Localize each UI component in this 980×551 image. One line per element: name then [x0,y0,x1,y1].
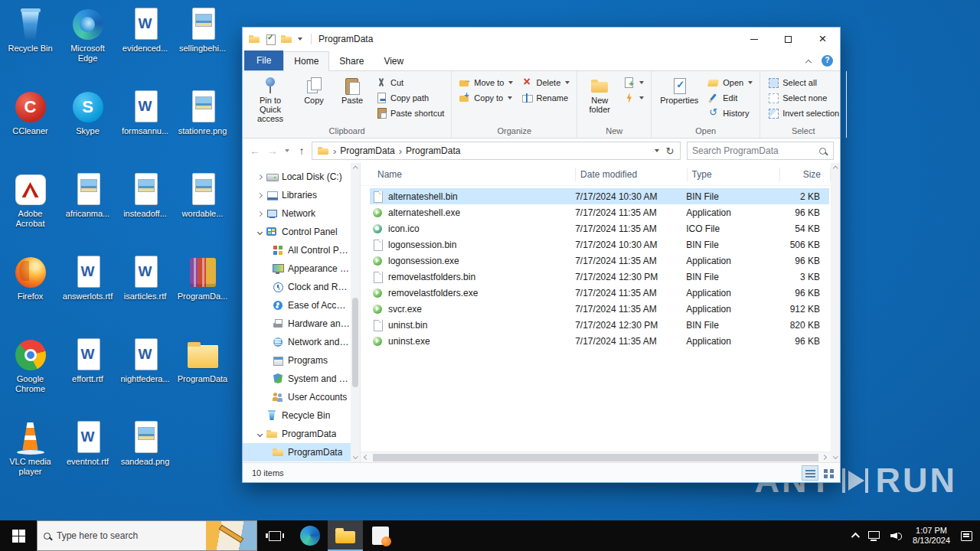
nav-item[interactable]: Network and In... [243,333,351,351]
easy-access-button[interactable] [619,90,647,106]
nav-item[interactable]: Control Panel [243,223,351,241]
desktop-icon[interactable]: Adobe Acrobat [2,168,59,251]
nav-item[interactable]: All Control Par... [243,241,351,259]
desktop-icon[interactable]: evidenced... [116,3,174,86]
tab-view[interactable]: View [374,52,413,70]
desktop-icon[interactable]: isarticles.rtf [116,251,174,334]
file-list-scrollbar[interactable] [831,163,840,462]
nav-item[interactable]: Network [243,204,351,223]
nav-item[interactable]: Programs [243,351,351,370]
nav-item[interactable]: ProgramData [243,443,351,461]
explorer-search-input[interactable]: Search ProgramData [687,142,834,160]
desktop-icon[interactable]: wordable... [174,168,231,251]
recent-locations-icon[interactable] [283,142,292,159]
taskbar-search-input[interactable]: Type here to search [37,520,257,551]
expand-chevron-icon[interactable] [257,192,263,197]
copy-button[interactable]: Copy [296,73,332,105]
history-button[interactable]: History [704,106,756,121]
cut-button[interactable]: Cut [372,75,447,90]
select-none-button[interactable]: Select none [764,90,842,106]
file-row[interactable]: icon.ico 7/17/2024 11:35 AM ICO File 54 … [370,220,829,236]
desktop-icon[interactable]: eventnot.rtf [59,416,116,499]
taskbar-edge-button[interactable] [292,520,328,551]
nav-scrollbar[interactable] [351,163,360,462]
scrollbar-thumb[interactable] [352,298,358,387]
large-icons-view-button[interactable] [820,465,837,481]
desktop-icon[interactable]: Skype [59,86,116,168]
tab-share[interactable]: Share [329,52,374,70]
nav-item[interactable]: Hardware and ... [243,315,351,333]
file-row[interactable]: svcr.exe 7/17/2024 11:35 AM Application … [370,301,829,317]
tab-file[interactable]: File [244,51,283,70]
desktop-icon[interactable]: africanma... [59,168,116,251]
refresh-icon[interactable] [663,145,677,157]
nav-item[interactable]: Clock and Regi... [243,278,351,296]
desktop-icon[interactable]: Microsoft Edge [59,3,116,86]
taskbar-file-explorer-button[interactable] [328,520,363,551]
desktop-icon[interactable]: VLC media player [2,416,59,499]
desktop-icon[interactable]: sandead.png [116,416,174,499]
network-icon[interactable] [868,531,880,541]
expand-chevron-icon[interactable] [257,174,263,179]
qat-new-folder-button[interactable] [280,33,292,45]
start-button[interactable] [0,520,37,551]
scroll-left-arrow-icon[interactable] [361,452,371,463]
task-view-button[interactable] [257,520,292,551]
back-button[interactable] [247,142,263,159]
desktop-icon[interactable]: stationre.png [174,86,231,168]
action-center-button[interactable] [961,531,972,541]
column-header-date-modified[interactable]: Date modified [576,168,688,181]
nav-item[interactable]: Libraries [243,186,351,204]
scroll-right-arrow-icon[interactable] [820,452,831,463]
file-row[interactable]: alternateshell.bin 7/17/2024 10:30 AM BI… [370,188,829,204]
show-hidden-icons-chevron[interactable] [851,533,860,541]
qat-customize-icon[interactable] [298,37,302,41]
breadcrumb-item[interactable]: ProgramData [340,145,394,156]
file-row[interactable]: logonsession.exe 7/17/2024 11:35 AM Appl… [370,253,829,269]
address-bar[interactable]: ProgramData ProgramData [312,142,681,160]
new-folder-button[interactable]: New folder [581,73,618,114]
breadcrumb-item[interactable]: ProgramData [406,145,460,156]
up-button[interactable] [294,142,309,159]
desktop-icon[interactable]: insteadoff... [116,168,174,251]
file-row[interactable]: alternateshell.exe 7/17/2024 11:35 AM Ap… [370,204,829,220]
new-item-button[interactable] [619,75,647,90]
help-button[interactable] [822,55,833,67]
open-button[interactable]: Open [704,75,756,90]
edit-button[interactable]: Edit [704,90,756,106]
close-button[interactable] [805,28,840,51]
select-all-button[interactable]: Select all [764,75,842,90]
copy-to-button[interactable]: Copy to [456,90,516,106]
collapse-ribbon-icon[interactable] [805,60,812,66]
desktop-icon[interactable]: ProgramDa... [174,251,231,334]
nav-item[interactable]: Appearance an... [243,259,351,278]
tab-home[interactable]: Home [283,51,329,71]
desktop-icon[interactable]: CCleaner [2,86,59,168]
desktop-icon[interactable]: ProgramData [174,334,231,416]
desktop-icon[interactable]: sellingbehi... [174,3,231,86]
nav-item[interactable]: ProgramData [243,425,351,443]
column-header-name[interactable]: Name [377,168,576,181]
file-row[interactable]: uninst.bin 7/17/2024 12:30 PM BIN File 8… [370,317,829,333]
address-dropdown-icon[interactable] [655,149,659,152]
desktop-icon[interactable]: formsannu... [116,86,174,168]
copy-path-button[interactable]: Copy path [372,90,447,106]
scrollbar-thumb[interactable] [373,454,818,461]
column-header-type[interactable]: Type [688,168,781,181]
expand-chevron-icon[interactable] [257,431,263,436]
nav-item[interactable]: Ease of Access [243,296,351,315]
minimize-button[interactable] [737,28,771,51]
forward-button[interactable] [265,142,280,159]
expand-chevron-icon[interactable] [257,210,263,216]
file-row[interactable]: logonsession.bin 7/17/2024 10:30 AM BIN … [370,236,829,253]
move-to-button[interactable]: Move to [456,75,516,90]
taskbar-app-button[interactable] [363,520,398,551]
desktop-icon[interactable]: Recycle Bin [2,3,59,86]
horizontal-scrollbar[interactable] [361,452,831,462]
paste-button[interactable]: Paste [334,73,371,105]
paste-shortcut-button[interactable]: Paste shortcut [372,106,447,121]
desktop-icon[interactable]: effortt.rtf [59,334,116,416]
search-highlight-art[interactable] [206,521,256,550]
file-row[interactable]: removelastfolders.bin 7/17/2024 12:30 PM… [370,269,829,285]
column-header-size[interactable]: Size [780,168,831,181]
